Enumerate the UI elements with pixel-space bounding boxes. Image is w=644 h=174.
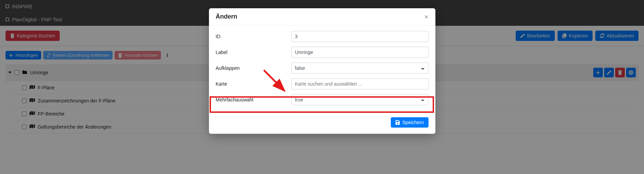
- modal-title: Ändern: [216, 13, 237, 20]
- id-label: ID: [216, 34, 291, 39]
- form-row-mehrfachauswahl: Mehrfachauswahl true: [216, 94, 429, 105]
- form-row-aufklappen: Aufklappen false: [216, 63, 429, 74]
- edit-modal: Ändern × ID Label Aufklappen false: [209, 8, 435, 134]
- form-row-id: ID: [216, 31, 429, 42]
- mehrfachauswahl-select[interactable]: true: [291, 94, 429, 105]
- modal-close-button[interactable]: ×: [424, 13, 429, 20]
- aufklappen-select[interactable]: false: [291, 63, 429, 74]
- form-row-karte: Karte: [216, 78, 429, 89]
- form-row-label: Label: [216, 47, 429, 58]
- label-label: Label: [216, 50, 291, 55]
- save-label: Speichern: [402, 120, 424, 125]
- save-button[interactable]: Speichern: [391, 117, 428, 128]
- save-icon: [395, 120, 400, 125]
- id-input[interactable]: [291, 31, 429, 42]
- aufklappen-label: Aufklappen: [216, 65, 291, 71]
- modal-backdrop[interactable]: Ändern × ID Label Aufklappen false: [0, 0, 644, 174]
- mehrfachauswahl-label: Mehrfachauswahl: [216, 97, 291, 102]
- karte-input[interactable]: [291, 78, 429, 89]
- karte-label: Karte: [216, 81, 291, 87]
- label-input[interactable]: [291, 47, 429, 58]
